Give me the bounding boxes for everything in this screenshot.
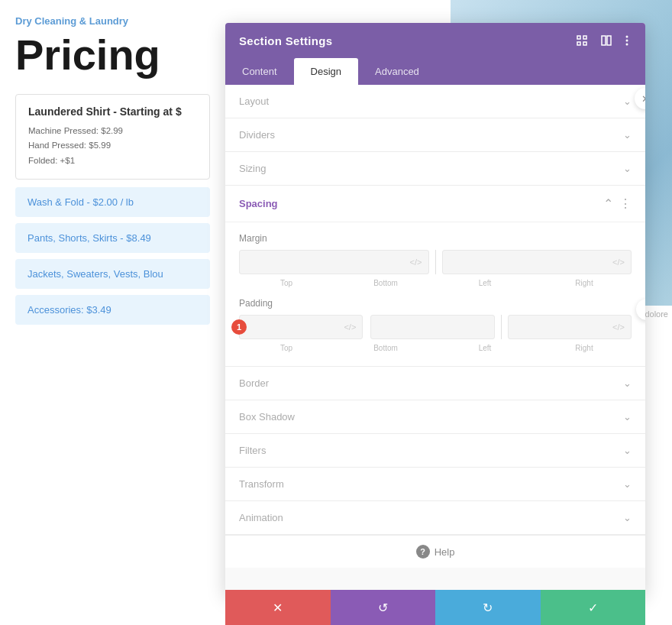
svg-point-7 (626, 40, 628, 42)
section-filters[interactable]: Filters ⌄ (225, 434, 645, 468)
margin-label: Margin (239, 233, 632, 244)
spacing-more-icon[interactable]: ⋮ (619, 196, 632, 211)
padding-left-right-group: </> (508, 315, 632, 339)
panel-more-btn[interactable] (622, 34, 632, 47)
margin-top-bottom-wrap[interactable]: </> (239, 250, 429, 274)
padding-top-wrap[interactable]: 5vw </> (239, 315, 363, 339)
section-box-shadow[interactable]: Box Shadow ⌄ (225, 400, 645, 434)
action-bar: ✕ ↺ ↻ ✓ (225, 590, 645, 625)
svg-rect-4 (602, 36, 606, 45)
transform-arrow-icon: ⌄ (623, 478, 632, 490)
save-button[interactable]: ✓ (541, 590, 646, 625)
layout-arrow-icon: ⌄ (623, 96, 632, 107)
margin-top-label: Top (239, 277, 334, 287)
panel-header: Section Settings (225, 23, 645, 58)
margin-bottom-label: Bottom (338, 277, 433, 287)
section-border-label: Border (239, 377, 269, 389)
svg-rect-3 (583, 42, 586, 45)
panel-body: Layout ⌄ Dividers ⌄ Sizing ⌄ Spacing ⌃ ⋮ (225, 85, 645, 596)
spacing-body: Margin </> </> (225, 222, 645, 366)
cancel-button[interactable]: ✕ (225, 590, 331, 625)
pricing-card-title: Laundered Shirt - Starting at $ (28, 105, 197, 118)
margin-sub-labels: Top Bottom Left Right (239, 277, 632, 287)
help-icon: ? (416, 545, 430, 559)
svg-rect-5 (607, 36, 611, 45)
padding-left-right-wrap[interactable]: </> (508, 315, 632, 339)
filters-arrow-icon: ⌄ (623, 445, 632, 456)
dividers-arrow-icon: ⌄ (623, 129, 632, 141)
site-title: Dry Cleaning & Laundry (15, 15, 210, 27)
section-border[interactable]: Border ⌄ (225, 367, 645, 400)
padding-bottom-group: 0px (370, 315, 494, 339)
padding-top-label: Top (239, 342, 334, 352)
svg-point-8 (626, 44, 628, 46)
help-label: Help (435, 546, 455, 558)
spacing-header-right: ⌃ ⋮ (603, 196, 632, 211)
margin-left-right-group: </> (442, 250, 632, 274)
section-layout[interactable]: Layout ⌄ (225, 85, 645, 118)
section-sizing-label: Sizing (239, 163, 266, 174)
pricing-btn-jackets[interactable]: Jackets, Sweaters, Vests, Blou (15, 259, 210, 289)
svg-point-6 (626, 36, 628, 38)
section-spacing: Spacing ⌃ ⋮ Margin </> (225, 186, 645, 367)
margin-divider (435, 250, 436, 274)
padding-badge: 1 (231, 319, 247, 335)
section-dividers-label: Dividers (239, 129, 275, 141)
margin-left-input[interactable] (449, 257, 610, 267)
panel-header-icons (573, 34, 632, 47)
section-animation[interactable]: Animation ⌄ (225, 501, 645, 535)
pricing-btn-accessories[interactable]: Accessories: $3.49 (15, 295, 210, 325)
margin-left-right-wrap[interactable]: </> (442, 250, 632, 274)
padding-bottom-input[interactable]: 0px (377, 322, 484, 332)
padding-bottom-label: Bottom (338, 342, 433, 352)
section-sizing[interactable]: Sizing ⌄ (225, 152, 645, 186)
margin-left-label: Left (438, 277, 532, 287)
pricing-card: Laundered Shirt - Starting at $ Machine … (15, 94, 210, 180)
spacing-header[interactable]: Spacing ⌃ ⋮ (225, 186, 645, 222)
tab-design[interactable]: Design (294, 58, 358, 85)
section-dividers[interactable]: Dividers ⌄ (225, 118, 645, 152)
section-transform[interactable]: Transform ⌄ (225, 468, 645, 501)
margin-top-input[interactable] (246, 257, 407, 267)
padding-sub-labels: Top Bottom Left Right (239, 342, 632, 352)
panel-columns-btn[interactable] (598, 34, 615, 47)
page-content-area: Dry Cleaning & Laundry Pricing Laundered… (0, 0, 225, 625)
section-settings-panel: Section Settings (225, 23, 645, 596)
pricing-card-detail-2: Hand Pressed: $5.99 (28, 138, 197, 154)
help-link[interactable]: ? Help (416, 545, 455, 559)
tab-advanced[interactable]: Advanced (358, 58, 436, 85)
border-arrow-icon: ⌄ (623, 377, 632, 389)
pricing-btn-wash[interactable]: Wash & Fold - $2.00 / lb (15, 187, 210, 217)
padding-link-icon-3: </> (612, 322, 625, 332)
tab-content[interactable]: Content (225, 58, 294, 85)
section-layout-label: Layout (239, 96, 269, 107)
pricing-card-detail-3: Folded: +$1 (28, 154, 197, 169)
sizing-arrow-icon: ⌄ (623, 163, 632, 174)
margin-link-icon: </> (410, 257, 422, 267)
padding-group: Padding 1 5vw </> 0px (239, 298, 632, 352)
page-heading: Pricing (15, 31, 210, 79)
pricing-btn-pants[interactable]: Pants, Shorts, Skirts - $8.49 (15, 223, 210, 253)
padding-top-input[interactable]: 5vw (246, 322, 341, 332)
padding-left-label: Left (438, 342, 532, 352)
padding-label: Padding (239, 298, 632, 309)
padding-bottom-wrap[interactable]: 0px (370, 315, 494, 339)
margin-group: Margin </> </> (239, 233, 632, 287)
margin-link-icon-2: </> (612, 257, 625, 267)
pricing-card-detail-1: Machine Pressed: $2.99 (28, 124, 197, 139)
panel-fullscreen-btn[interactable] (573, 34, 590, 47)
margin-right-label: Right (537, 277, 632, 287)
panel-title: Section Settings (239, 34, 332, 47)
spacing-collapse-icon[interactable]: ⌃ (603, 196, 613, 211)
margin-input-row: </> </> (239, 250, 632, 274)
margin-top-bottom-group: </> (239, 250, 429, 274)
padding-right-label: Right (537, 342, 632, 352)
section-transform-label: Transform (239, 478, 284, 490)
redo-button[interactable]: ↻ (435, 590, 541, 625)
reset-button[interactable]: ↺ (331, 590, 436, 625)
padding-left-input[interactable] (515, 322, 609, 332)
panel-footer: ? Help (225, 535, 645, 568)
box-shadow-arrow-icon: ⌄ (623, 411, 632, 423)
spacing-title: Spacing (239, 198, 278, 209)
section-filters-label: Filters (239, 445, 266, 456)
